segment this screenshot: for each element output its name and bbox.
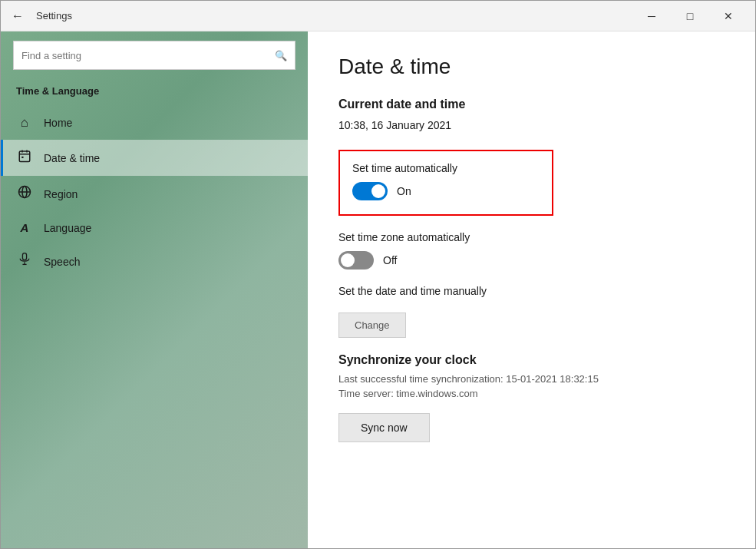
- set-time-auto-box: Set time automatically On: [338, 150, 553, 216]
- sidebar-item-home[interactable]: ⌂ Home: [1, 106, 308, 140]
- set-timezone-row: Off: [338, 251, 725, 270]
- home-icon: ⌂: [16, 115, 33, 131]
- toggle-thumb-timezone: [341, 253, 355, 267]
- change-button[interactable]: Change: [338, 313, 406, 338]
- title-bar: ← Settings ─ □ ✕: [1, 1, 755, 31]
- main-content: 🔍 Time & Language ⌂ Home: [1, 31, 755, 548]
- set-timezone-status: Off: [383, 254, 397, 266]
- sync-info-2: Time server: time.windows.com: [338, 388, 725, 399]
- search-input[interactable]: [21, 50, 275, 61]
- right-panel: Date & time Current date and time 10:38,…: [308, 31, 755, 548]
- sidebar-item-speech[interactable]: Speech: [1, 243, 308, 279]
- sync-button[interactable]: Sync now: [338, 413, 430, 442]
- sidebar-item-language-label: Language: [44, 222, 91, 234]
- sidebar: 🔍 Time & Language ⌂ Home: [1, 31, 308, 548]
- set-time-auto-row: On: [352, 182, 540, 200]
- sidebar-item-language[interactable]: A Language: [1, 212, 308, 243]
- close-button[interactable]: ✕: [711, 4, 746, 28]
- title-bar-controls: ─ □ ✕: [634, 4, 746, 28]
- toggle-thumb-auto: [371, 184, 385, 198]
- current-date-time: 10:38, 16 January 2021: [338, 119, 725, 131]
- language-icon: A: [16, 221, 33, 234]
- title-bar-left: ← Settings: [7, 6, 72, 26]
- calendar-icon: [16, 149, 33, 167]
- sidebar-item-home-label: Home: [44, 117, 72, 129]
- microphone-icon: [16, 253, 33, 270]
- page-title: Date & time: [338, 55, 725, 79]
- globe-icon: [16, 185, 33, 203]
- maximize-button[interactable]: □: [672, 4, 708, 28]
- set-time-auto-toggle[interactable]: [352, 182, 388, 200]
- svg-rect-4: [21, 157, 23, 158]
- set-time-auto-status: On: [397, 185, 411, 197]
- sidebar-item-date-time[interactable]: Date & time: [1, 140, 308, 176]
- settings-window: ← Settings ─ □ ✕ 🔍 Time & Language ⌂ Hom…: [0, 0, 756, 549]
- sidebar-section-title: Time & Language: [1, 79, 308, 106]
- sync-title: Synchronize your clock: [338, 353, 725, 367]
- sidebar-item-speech-label: Speech: [44, 256, 80, 268]
- svg-rect-0: [19, 151, 30, 162]
- set-time-auto-label: Set time automatically: [352, 162, 540, 174]
- sync-info-1: Last successful time synchronization: 15…: [338, 373, 725, 385]
- set-timezone-block: Set time zone automatically Off: [338, 231, 725, 270]
- back-button[interactable]: ←: [7, 6, 28, 26]
- set-timezone-label: Set time zone automatically: [338, 231, 725, 243]
- minimize-button[interactable]: ─: [634, 4, 669, 28]
- sidebar-item-date-time-label: Date & time: [44, 152, 100, 164]
- set-timezone-toggle[interactable]: [338, 251, 374, 270]
- set-manual-label: Set the date and time manually: [338, 285, 725, 297]
- window-title: Settings: [36, 10, 72, 21]
- svg-rect-8: [22, 253, 26, 260]
- sidebar-item-region-label: Region: [44, 188, 78, 200]
- search-icon: 🔍: [275, 50, 287, 61]
- sync-block: Synchronize your clock Last successful t…: [338, 353, 725, 442]
- set-manual-block: Set the date and time manually Change: [338, 285, 725, 338]
- search-box[interactable]: 🔍: [13, 41, 295, 70]
- search-container: 🔍: [1, 31, 308, 79]
- current-date-section-title: Current date and time: [338, 98, 725, 111]
- sidebar-item-region[interactable]: Region: [1, 176, 308, 212]
